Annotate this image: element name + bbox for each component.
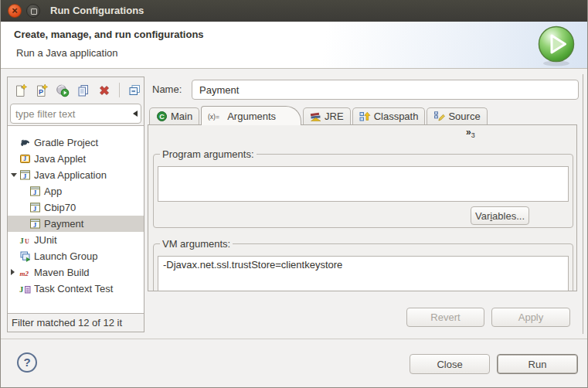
expander-collapsed-icon[interactable] [11, 269, 15, 275]
svg-text:P: P [39, 88, 43, 96]
delete-icon[interactable] [97, 83, 111, 97]
tab-jre[interactable]: JRE [303, 107, 351, 124]
tree-item-junit[interactable]: J U JUnit [8, 232, 144, 248]
window-restore-icon[interactable] [26, 4, 40, 18]
svg-text:U: U [25, 238, 29, 245]
banner-subtitle: Run a Java application [16, 47, 118, 59]
tree-item-app[interactable]: J App [8, 183, 144, 199]
arguments-tab-content: »3 Program arguments: Variables... VM ar… [148, 124, 577, 291]
tab-label: Source [448, 111, 480, 122]
filter-box [10, 104, 141, 124]
gradle-icon [19, 137, 31, 148]
svg-text:J: J [20, 237, 24, 245]
svg-text:J: J [23, 155, 26, 162]
java-applet-icon: J [19, 153, 31, 165]
footer-separator [1, 339, 587, 339]
name-input[interactable] [192, 80, 579, 100]
tree-item-cbip70[interactable]: J Cbip70 [8, 199, 144, 216]
toolbar-separator [119, 83, 120, 97]
classpath-tab-icon [359, 111, 371, 122]
arguments-tab-icon: (x)= [208, 111, 224, 122]
apply-button[interactable]: Apply [491, 308, 570, 327]
new-prototype-icon[interactable]: P [35, 83, 49, 97]
run-configurations-dialog: Run Configurations Create, manage, and r… [0, 0, 588, 388]
launch-prototype-icon[interactable] [56, 83, 70, 97]
new-launch-config-icon[interactable] [14, 83, 28, 97]
launch-group-icon [19, 250, 31, 262]
tree-item-label: App [44, 185, 62, 197]
jre-tab-icon [310, 111, 321, 122]
name-label: Name: [152, 83, 182, 95]
java-application-icon: J [19, 169, 31, 181]
program-variables-button[interactable]: Variables... [471, 206, 529, 225]
duplicate-icon[interactable] [76, 83, 90, 97]
window-title: Run Configurations [50, 0, 144, 21]
tree-item-maven-build[interactable]: m2 Maven Build [8, 264, 144, 281]
svg-text:J: J [19, 285, 23, 294]
vm-arguments-input[interactable] [158, 256, 569, 291]
tree-item-java-application[interactable]: J Java Application [8, 167, 144, 183]
tree-item-label: Task Context Test [34, 283, 113, 294]
launch-toolbar: P [8, 77, 144, 103]
program-arguments-input[interactable] [158, 166, 569, 202]
configurations-tree[interactable]: Gradle Project J Java Applet J Java Appl… [8, 125, 144, 314]
tree-item-label: Gradle Project [34, 137, 98, 148]
tab-overflow-indicator[interactable]: »3 [466, 127, 475, 139]
program-arguments-label: Program arguments: [160, 148, 257, 160]
tree-item-label: JUnit [34, 234, 57, 246]
tab-label: Main [171, 111, 192, 122]
svg-text:(x)=: (x)= [208, 112, 219, 120]
junit-icon: J U [19, 234, 31, 246]
banner-title: Create, manage, and run configurations [14, 29, 204, 40]
filter-input[interactable] [11, 108, 133, 120]
run-badge-icon [535, 23, 578, 68]
vm-arguments-group: VM arguments: [153, 238, 573, 291]
help-icon[interactable]: ? [17, 352, 37, 373]
tree-item-payment[interactable]: J Payment [8, 216, 144, 232]
expander-expanded-icon[interactable] [11, 173, 17, 177]
tree-item-label: Java Application [34, 169, 107, 181]
tree-item-label: Maven Build [34, 267, 90, 278]
close-button[interactable]: Close [410, 354, 490, 374]
tab-main[interactable]: C Main [149, 107, 199, 124]
tree-item-java-applet[interactable]: J Java Applet [8, 151, 144, 167]
java-application-icon: J [29, 185, 41, 197]
java-application-icon: J [29, 202, 41, 213]
tab-label: JRE [325, 111, 344, 122]
tab-arguments[interactable]: (x)= Arguments [201, 106, 301, 125]
tree-item-label: Cbip70 [44, 202, 76, 213]
filter-status: Filter matched 12 of 12 it [12, 317, 143, 328]
editor-tabs: C Main (x)= Arguments JRE [149, 106, 489, 125]
tree-item-label: Payment [44, 218, 83, 230]
program-arguments-group: Program arguments: Variables... [153, 148, 573, 228]
run-button[interactable]: Run [497, 354, 578, 374]
titlebar[interactable]: Run Configurations [1, 0, 587, 22]
tree-item-launch-group[interactable]: Launch Group [8, 248, 144, 264]
task-context-icon: J [19, 283, 31, 294]
tree-item-gradle-project[interactable]: Gradle Project [8, 134, 144, 151]
configuration-editor: Name: C Main (x)= Arguments [148, 74, 583, 334]
tab-label: Classpath [374, 111, 419, 122]
revert-button[interactable]: Revert [406, 308, 484, 327]
header-banner: Create, manage, and run configurations R… [1, 22, 587, 69]
tree-item-label: Java Applet [34, 153, 86, 165]
svg-text:C: C [159, 113, 165, 121]
tree-item-task-context-test[interactable]: J Task Context Test [8, 281, 144, 297]
filter-cursor-icon [133, 111, 138, 117]
java-application-icon: J [29, 218, 41, 230]
tab-label: Arguments [227, 111, 276, 122]
tab-source[interactable]: Source [427, 107, 487, 124]
configurations-panel: P [7, 77, 144, 332]
source-tab-icon [433, 111, 445, 122]
main-tab-icon: C [156, 111, 168, 122]
svg-text:m2: m2 [20, 270, 29, 277]
vm-arguments-label: VM arguments: [160, 238, 233, 250]
maven-icon: m2 [19, 267, 31, 278]
tree-item-label: Launch Group [34, 250, 97, 262]
tab-classpath[interactable]: Classpath [352, 107, 426, 124]
collapse-all-icon[interactable] [127, 83, 141, 97]
window-close-icon[interactable] [8, 4, 22, 18]
